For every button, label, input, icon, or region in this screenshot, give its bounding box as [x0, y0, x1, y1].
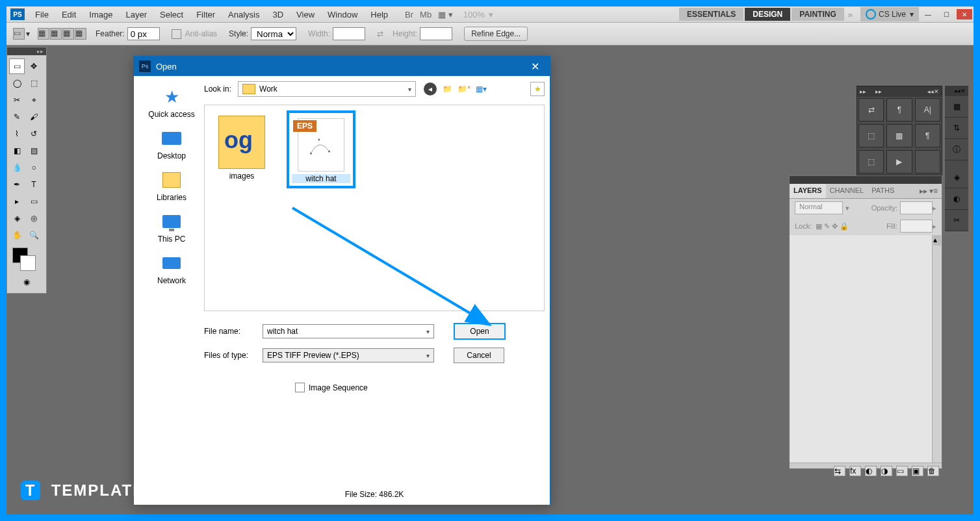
panel-btn-adjust[interactable]: ⇄ — [858, 98, 884, 121]
marquee-tool[interactable]: ▭ — [9, 58, 25, 74]
move-tool[interactable]: ✥ — [26, 58, 42, 74]
layers-panel: LAYERS CHANNEL PATHS ▸▸ ▾≡ Normal ▾ Opac… — [789, 175, 942, 469]
fx-icon[interactable]: fx — [849, 466, 861, 476]
menu-3d[interactable]: 3D — [266, 8, 290, 21]
menu-view[interactable]: View — [290, 8, 321, 21]
filetype-select[interactable]: EPS TIFF Preview (*.EPS) ▾ — [263, 348, 434, 362]
zoom-level[interactable]: 100% — [463, 10, 485, 19]
minimize-button[interactable]: — — [920, 9, 936, 19]
tab-channel[interactable]: CHANNEL — [826, 184, 868, 198]
crop-tool[interactable]: ✂ — [9, 92, 25, 108]
up-icon[interactable]: 📁 — [441, 83, 454, 95]
blend-mode-select[interactable]: Normal — [795, 201, 843, 214]
shape-tool[interactable]: ▭ — [26, 194, 42, 209]
lookin-select[interactable]: Work ▾ — [238, 81, 416, 97]
menu-window[interactable]: Window — [321, 8, 364, 21]
feather-input[interactable] — [127, 27, 160, 40]
menu-image[interactable]: Image — [83, 8, 119, 21]
panel-btn-mask[interactable]: ⬚ — [858, 124, 884, 147]
side-icon-3d[interactable]: ◐ — [945, 188, 968, 210]
style-select[interactable]: Normal — [251, 27, 296, 40]
mask-icon[interactable]: ◐ — [865, 466, 877, 476]
menu-edit[interactable]: Edit — [55, 8, 83, 21]
view-icon[interactable]: ▦▾ — [474, 83, 487, 95]
quickmask-toggle[interactable]: ◉ — [19, 274, 34, 290]
tab-paths[interactable]: PATHS — [868, 184, 898, 198]
image-sequence-checkbox[interactable] — [295, 383, 305, 392]
text-tool[interactable]: T — [26, 177, 42, 192]
link-layers-icon[interactable]: ⇆ — [834, 466, 845, 476]
opacity-input[interactable] — [900, 201, 933, 214]
side-icon-crop[interactable]: ✂ — [945, 210, 968, 231]
open-button[interactable]: Open — [454, 323, 506, 340]
pen-tool[interactable]: ✒ — [9, 177, 25, 192]
file-list[interactable]: og images EPS wi — [204, 105, 545, 311]
file-item-witchhat[interactable]: EPS witch hat — [287, 110, 355, 188]
dialog-close-icon[interactable]: ✕ — [526, 59, 545, 74]
tab-layers[interactable]: LAYERS — [790, 184, 826, 198]
menu-select[interactable]: Select — [153, 8, 190, 21]
place-quickaccess[interactable]: ★ Quick access — [139, 86, 204, 119]
group-icon[interactable]: ▭ — [896, 466, 908, 476]
place-thispc[interactable]: This PC — [139, 211, 204, 244]
menu-help[interactable]: Help — [364, 8, 394, 21]
panel-btn-character[interactable]: A| — [915, 98, 940, 121]
workspace-essentials[interactable]: ESSENTIALS — [679, 8, 743, 21]
menu-analysis[interactable]: Analysis — [222, 8, 266, 21]
zoom-tool[interactable]: 🔍 — [26, 227, 42, 243]
brush-tool[interactable]: 🖌 — [26, 109, 42, 125]
lasso-tool[interactable]: ◯ — [9, 75, 25, 91]
refine-edge-button[interactable]: Refine Edge... — [464, 27, 528, 41]
trash-icon[interactable]: 🗑 — [927, 466, 939, 476]
camera-tool[interactable]: ◎ — [26, 210, 42, 226]
lookin-label: Look in: — [204, 84, 231, 94]
history-brush-tool[interactable]: ↺ — [26, 126, 42, 142]
toolbox: ▸▸ ▭✥ ◯⬚ ✂⌖ ✎🖌 ⌇↺ ◧▤ 💧○ ✒T ▸▭ ◈◎ ✋🔍 ◉ — [6, 47, 47, 294]
menu-filter[interactable]: Filter — [190, 8, 222, 21]
side-icon-color[interactable]: ▦ — [945, 96, 968, 118]
workspace-design[interactable]: DESIGN — [745, 8, 790, 21]
back-icon[interactable]: ◂ — [424, 83, 437, 95]
dodge-tool[interactable]: ○ — [26, 160, 42, 175]
image-sequence-label: Image Sequence — [309, 383, 368, 392]
workspace-painting[interactable]: PAINTING — [792, 8, 844, 21]
place-desktop[interactable]: Desktop — [139, 128, 204, 160]
maximize-button[interactable]: ☐ — [938, 9, 954, 19]
healing-tool[interactable]: ✎ — [9, 109, 25, 125]
quick-select-tool[interactable]: ⬚ — [26, 75, 42, 91]
height-input — [420, 27, 452, 40]
side-icon-layers[interactable]: ◈ — [945, 167, 968, 188]
panel-btn-play[interactable]: ▶ — [886, 150, 912, 173]
stamp-tool[interactable]: ⌇ — [9, 126, 25, 142]
close-button[interactable]: ✕ — [957, 9, 972, 19]
path-select-tool[interactable]: ▸ — [9, 194, 25, 209]
gradient-tool[interactable]: ▤ — [26, 143, 42, 159]
file-item-images[interactable]: og images — [210, 110, 274, 183]
marquee-tool-icon[interactable]: ▭ — [13, 28, 25, 40]
fill-input[interactable] — [900, 220, 933, 233]
eraser-tool[interactable]: ◧ — [9, 143, 25, 159]
eyedropper-tool[interactable]: ⌖ — [26, 92, 42, 108]
panel-btn-swatch[interactable]: ⬚ — [858, 150, 884, 173]
hand-tool[interactable]: ✋ — [9, 227, 25, 243]
side-icon-info[interactable]: ⓘ — [945, 139, 968, 160]
new-layer-icon[interactable]: ▣ — [912, 466, 923, 476]
filename-input[interactable]: witch hat ▾ — [263, 324, 434, 338]
menu-layer[interactable]: Layer — [120, 8, 154, 21]
place-network[interactable]: Network — [139, 253, 204, 285]
place-libraries[interactable]: Libraries — [139, 170, 204, 202]
layers-scrollbar[interactable]: ▴ — [932, 235, 942, 463]
cslive-button[interactable]: CS Live ▾ — [860, 7, 919, 21]
adjust-icon[interactable]: ◑ — [881, 466, 892, 476]
panel-btn-character2[interactable]: ¶ — [915, 124, 940, 147]
newfolder-icon[interactable]: 📁* — [458, 83, 471, 95]
panel-btn-paragraph[interactable]: ¶ — [886, 98, 912, 121]
side-icon-adjust[interactable]: ⇅ — [945, 118, 968, 139]
cancel-button[interactable]: Cancel — [454, 348, 504, 363]
fav-icon[interactable]: ★ — [530, 82, 545, 96]
background-color[interactable] — [20, 255, 36, 271]
blur-tool[interactable]: 💧 — [9, 160, 25, 175]
menu-file[interactable]: File — [29, 8, 55, 21]
3d-tool[interactable]: ◈ — [9, 210, 25, 226]
panel-btn-navigator[interactable]: ▦ — [886, 124, 912, 147]
